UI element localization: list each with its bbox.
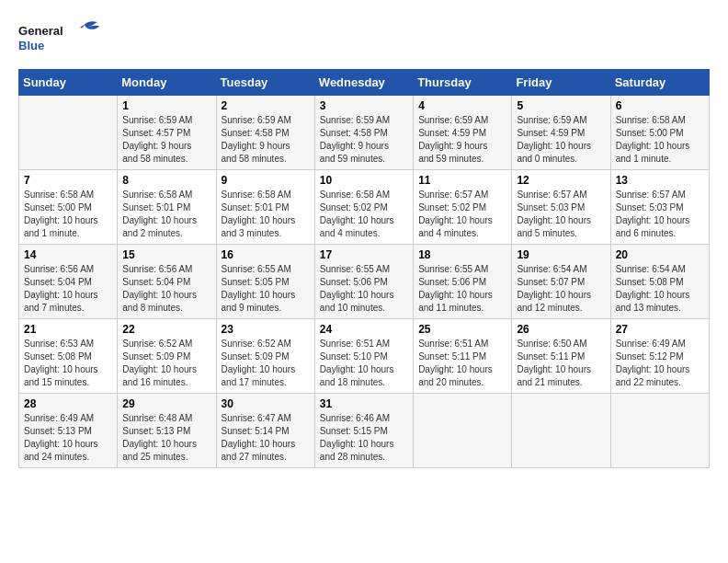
- day-number: 7: [24, 174, 112, 187]
- header-day-wednesday: Wednesday: [314, 70, 413, 96]
- day-info: Sunrise: 6:59 AMSunset: 4:57 PMDaylight:…: [122, 114, 210, 166]
- day-info: Sunrise: 6:51 AMSunset: 5:11 PMDaylight:…: [418, 338, 506, 389]
- day-cell: 12Sunrise: 6:57 AMSunset: 5:03 PMDayligh…: [512, 170, 610, 245]
- day-info: Sunrise: 6:52 AMSunset: 5:09 PMDaylight:…: [122, 338, 210, 389]
- day-number: 31: [320, 397, 408, 410]
- day-cell: 11Sunrise: 6:57 AMSunset: 5:02 PMDayligh…: [414, 170, 512, 245]
- day-number: 25: [418, 323, 506, 336]
- day-cell: 3Sunrise: 6:59 AMSunset: 4:58 PMDaylight…: [314, 96, 413, 170]
- day-info: Sunrise: 6:55 AMSunset: 5:06 PMDaylight:…: [320, 263, 408, 315]
- day-number: 12: [517, 174, 605, 187]
- svg-text:Blue: Blue: [18, 39, 44, 52]
- header-day-friday: Friday: [512, 70, 610, 96]
- day-number: 21: [24, 323, 112, 336]
- day-cell: 18Sunrise: 6:55 AMSunset: 5:06 PMDayligh…: [414, 245, 512, 319]
- page-header: General Blue: [18, 18, 710, 60]
- day-cell: 27Sunrise: 6:49 AMSunset: 5:12 PMDayligh…: [610, 319, 709, 394]
- day-cell: 14Sunrise: 6:56 AMSunset: 5:04 PMDayligh…: [19, 245, 118, 319]
- day-info: Sunrise: 6:58 AMSunset: 5:02 PMDaylight:…: [320, 189, 408, 240]
- day-cell: 24Sunrise: 6:51 AMSunset: 5:10 PMDayligh…: [314, 319, 413, 394]
- day-cell: 6Sunrise: 6:58 AMSunset: 5:00 PMDaylight…: [610, 96, 709, 170]
- day-cell: 7Sunrise: 6:58 AMSunset: 5:00 PMDaylight…: [19, 170, 118, 245]
- header-row: SundayMondayTuesdayWednesdayThursdayFrid…: [19, 70, 710, 96]
- day-info: Sunrise: 6:55 AMSunset: 5:05 PMDaylight:…: [222, 263, 310, 315]
- week-row-3: 14Sunrise: 6:56 AMSunset: 5:04 PMDayligh…: [19, 245, 710, 319]
- day-number: 28: [24, 397, 112, 410]
- day-cell: 4Sunrise: 6:59 AMSunset: 4:59 PMDaylight…: [414, 96, 512, 170]
- day-info: Sunrise: 6:57 AMSunset: 5:03 PMDaylight:…: [517, 189, 605, 240]
- header-day-monday: Monday: [118, 70, 216, 96]
- day-cell: 30Sunrise: 6:47 AMSunset: 5:14 PMDayligh…: [216, 394, 314, 468]
- day-number: 20: [616, 248, 704, 261]
- day-info: Sunrise: 6:58 AMSunset: 5:01 PMDaylight:…: [222, 189, 310, 240]
- day-number: 1: [122, 99, 210, 112]
- day-number: 9: [222, 174, 310, 187]
- day-info: Sunrise: 6:59 AMSunset: 4:58 PMDaylight:…: [222, 114, 310, 166]
- day-cell: 23Sunrise: 6:52 AMSunset: 5:09 PMDayligh…: [216, 319, 314, 394]
- week-row-4: 21Sunrise: 6:53 AMSunset: 5:08 PMDayligh…: [19, 319, 710, 394]
- day-number: 3: [320, 99, 408, 112]
- day-info: Sunrise: 6:59 AMSunset: 4:59 PMDaylight:…: [517, 114, 605, 166]
- day-number: 13: [616, 174, 704, 187]
- day-cell: 25Sunrise: 6:51 AMSunset: 5:11 PMDayligh…: [414, 319, 512, 394]
- day-cell: 26Sunrise: 6:50 AMSunset: 5:11 PMDayligh…: [512, 319, 610, 394]
- day-number: 5: [517, 99, 605, 112]
- logo: General Blue: [18, 18, 101, 60]
- day-number: 27: [616, 323, 704, 336]
- day-cell: 19Sunrise: 6:54 AMSunset: 5:07 PMDayligh…: [512, 245, 610, 319]
- day-info: Sunrise: 6:58 AMSunset: 5:00 PMDaylight:…: [616, 114, 704, 166]
- day-info: Sunrise: 6:59 AMSunset: 4:58 PMDaylight:…: [320, 114, 408, 166]
- logo-svg: General Blue: [18, 18, 101, 60]
- day-number: 8: [122, 174, 210, 187]
- day-cell: 21Sunrise: 6:53 AMSunset: 5:08 PMDayligh…: [19, 319, 118, 394]
- day-number: 16: [222, 248, 310, 261]
- day-cell: 2Sunrise: 6:59 AMSunset: 4:58 PMDaylight…: [216, 96, 314, 170]
- day-info: Sunrise: 6:57 AMSunset: 5:03 PMDaylight:…: [616, 189, 704, 240]
- day-number: 6: [616, 99, 704, 112]
- week-row-2: 7Sunrise: 6:58 AMSunset: 5:00 PMDaylight…: [19, 170, 710, 245]
- week-row-1: 1Sunrise: 6:59 AMSunset: 4:57 PMDaylight…: [19, 96, 710, 170]
- calendar-body: 1Sunrise: 6:59 AMSunset: 4:57 PMDaylight…: [19, 96, 710, 468]
- day-cell: [610, 394, 709, 468]
- day-info: Sunrise: 6:56 AMSunset: 5:04 PMDaylight:…: [24, 263, 112, 315]
- day-info: Sunrise: 6:48 AMSunset: 5:13 PMDaylight:…: [122, 412, 210, 464]
- header-day-thursday: Thursday: [414, 70, 512, 96]
- day-cell: [414, 394, 512, 468]
- day-info: Sunrise: 6:58 AMSunset: 5:01 PMDaylight:…: [122, 189, 210, 240]
- day-cell: 31Sunrise: 6:46 AMSunset: 5:15 PMDayligh…: [314, 394, 413, 468]
- day-cell: 28Sunrise: 6:49 AMSunset: 5:13 PMDayligh…: [19, 394, 118, 468]
- day-number: 17: [320, 248, 408, 261]
- day-cell: [512, 394, 610, 468]
- day-info: Sunrise: 6:49 AMSunset: 5:13 PMDaylight:…: [24, 412, 112, 464]
- header-day-saturday: Saturday: [610, 70, 709, 96]
- day-info: Sunrise: 6:49 AMSunset: 5:12 PMDaylight:…: [616, 338, 704, 389]
- day-number: 2: [222, 99, 310, 112]
- day-number: 30: [222, 397, 310, 410]
- day-number: 29: [122, 397, 210, 410]
- day-cell: 13Sunrise: 6:57 AMSunset: 5:03 PMDayligh…: [610, 170, 709, 245]
- day-info: Sunrise: 6:59 AMSunset: 4:59 PMDaylight:…: [418, 114, 506, 166]
- week-row-5: 28Sunrise: 6:49 AMSunset: 5:13 PMDayligh…: [19, 394, 710, 468]
- day-info: Sunrise: 6:50 AMSunset: 5:11 PMDaylight:…: [517, 338, 605, 389]
- day-info: Sunrise: 6:55 AMSunset: 5:06 PMDaylight:…: [418, 263, 506, 315]
- svg-text:General: General: [18, 24, 63, 38]
- day-cell: [19, 96, 118, 170]
- day-cell: 17Sunrise: 6:55 AMSunset: 5:06 PMDayligh…: [314, 245, 413, 319]
- day-number: 26: [517, 323, 605, 336]
- day-cell: 15Sunrise: 6:56 AMSunset: 5:04 PMDayligh…: [118, 245, 216, 319]
- day-cell: 10Sunrise: 6:58 AMSunset: 5:02 PMDayligh…: [314, 170, 413, 245]
- day-info: Sunrise: 6:46 AMSunset: 5:15 PMDaylight:…: [320, 412, 408, 464]
- day-cell: 22Sunrise: 6:52 AMSunset: 5:09 PMDayligh…: [118, 319, 216, 394]
- day-info: Sunrise: 6:53 AMSunset: 5:08 PMDaylight:…: [24, 338, 112, 389]
- day-cell: 29Sunrise: 6:48 AMSunset: 5:13 PMDayligh…: [118, 394, 216, 468]
- day-cell: 16Sunrise: 6:55 AMSunset: 5:05 PMDayligh…: [216, 245, 314, 319]
- calendar-table: SundayMondayTuesdayWednesdayThursdayFrid…: [18, 69, 710, 468]
- day-number: 24: [320, 323, 408, 336]
- day-number: 23: [222, 323, 310, 336]
- day-cell: 20Sunrise: 6:54 AMSunset: 5:08 PMDayligh…: [610, 245, 709, 319]
- calendar-header: SundayMondayTuesdayWednesdayThursdayFrid…: [19, 70, 710, 96]
- day-info: Sunrise: 6:56 AMSunset: 5:04 PMDaylight:…: [122, 263, 210, 315]
- day-info: Sunrise: 6:51 AMSunset: 5:10 PMDaylight:…: [320, 338, 408, 389]
- header-day-tuesday: Tuesday: [216, 70, 314, 96]
- day-cell: 5Sunrise: 6:59 AMSunset: 4:59 PMDaylight…: [512, 96, 610, 170]
